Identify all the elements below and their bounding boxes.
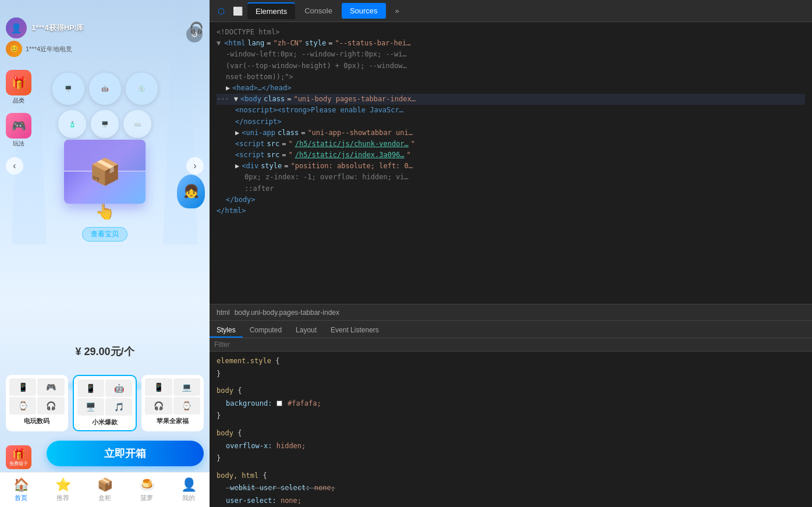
cat-label-electronics: 电玩数码 bbox=[24, 417, 49, 426]
triangle-html[interactable] bbox=[217, 38, 221, 49]
styles-tab-computed[interactable]: Computed bbox=[243, 324, 289, 338]
price-display: ¥ 29.00元/个 bbox=[75, 345, 134, 359]
cat-img-4: 🎧 bbox=[37, 397, 64, 414]
nav-item-box[interactable]: 📦 盒柜 bbox=[84, 473, 126, 507]
nav-item-pudding[interactable]: 🍮 菠萝 bbox=[126, 473, 168, 507]
code-eq5: = bbox=[282, 139, 286, 150]
code-eq7: = bbox=[284, 161, 288, 172]
code-line-4-text: nset-bottom));"> bbox=[217, 72, 293, 83]
nav-item-mine[interactable]: 👤 我的 bbox=[168, 473, 210, 507]
prop-overflow-x: overflow-x: bbox=[226, 442, 276, 450]
code-line-script2: <script src = " /h5/static/js/index.3a09… bbox=[217, 150, 805, 161]
code-line-body: ··· ▼ <body class = "uni-body pages-tabb… bbox=[217, 94, 805, 105]
code-line-3-text: (var(--top-window-height) + 0px); --wind… bbox=[217, 61, 407, 72]
left-icon-panel: 🎁 品类 🎮 玩法 bbox=[6, 70, 31, 148]
user-name-1: 1***4获得HP/库 bbox=[31, 23, 84, 33]
product-bubble-2: 🤖 bbox=[89, 73, 121, 105]
mystery-box[interactable]: 📦 bbox=[64, 140, 146, 204]
brace-open-1: { bbox=[275, 357, 279, 365]
color-swatch-fafafa[interactable] bbox=[276, 400, 282, 406]
cat-card-xiaomi[interactable]: 📱 🤖 🖥️ 🎵 小米爆款 bbox=[73, 375, 137, 431]
code-script1-link[interactable]: /h5/static/js/chunk-vendor… bbox=[295, 139, 409, 150]
devtools-tab-sources[interactable]: Sources bbox=[342, 3, 386, 19]
brace-open-3: { bbox=[237, 429, 242, 437]
code-script2: <script bbox=[217, 150, 265, 161]
code-script2-link[interactable]: /h5/static/js/index.3a096… bbox=[295, 150, 405, 161]
style-filter-input[interactable] bbox=[214, 341, 807, 349]
code-script1-src: src bbox=[267, 139, 280, 150]
code-div-2-text: 0px; z-index: -1; overflow: hidden; vi… bbox=[217, 172, 409, 183]
devtools-tab-elements[interactable]: Elements bbox=[247, 2, 295, 19]
view-item-button[interactable]: 查看宝贝 bbox=[82, 227, 127, 242]
style-rule-element-close: } bbox=[217, 368, 805, 381]
code-noscript-end: </noscript> bbox=[217, 116, 281, 127]
code-line-after: ::after bbox=[217, 183, 805, 194]
nav-recommend-label: 推荐 bbox=[56, 494, 69, 502]
style-rule-body-html-selector: body, html { bbox=[217, 470, 805, 483]
code-script1: <script bbox=[217, 139, 265, 150]
code-eq2: = bbox=[328, 38, 332, 49]
user-bar-2: 😊 1***4近年地电竞 bbox=[0, 41, 210, 57]
triangle-head[interactable]: ▶ bbox=[217, 83, 230, 94]
code-line-body-end: </body> bbox=[217, 194, 805, 205]
triangle-div[interactable]: ▶ bbox=[217, 161, 239, 172]
left-icon-gift[interactable]: 🎁 品类 bbox=[6, 70, 31, 105]
code-html-lang-val: "zh-CN" bbox=[274, 38, 303, 49]
val-webkit: none; bbox=[314, 484, 335, 492]
cat-img-6: 🤖 bbox=[105, 380, 132, 397]
style-rule-body-overflow-close: } bbox=[217, 452, 805, 465]
code-body-tag: <body bbox=[240, 94, 261, 105]
code-body-class-val: "uni-body pages-tabbar-index… bbox=[293, 94, 416, 105]
nav-item-recommend[interactable]: ⭐ 推荐 bbox=[42, 473, 84, 507]
cat-card-electronics[interactable]: 📱 🎮 ⌚ 🎧 电玩数码 bbox=[6, 375, 68, 431]
brace-open-2: { bbox=[237, 387, 242, 395]
code-line-html: <html lang = "zh-CN" style = "--status-b… bbox=[217, 38, 805, 49]
style-rule-body-overflow-selector: body { bbox=[217, 427, 805, 440]
devtools-icon-inspect[interactable]: ⬜ bbox=[229, 4, 246, 18]
code-after-text: ::after bbox=[217, 183, 274, 194]
breadcrumb-html[interactable]: html bbox=[217, 309, 230, 317]
code-script2-close: " bbox=[407, 150, 411, 161]
open-box-button[interactable]: 立即开箱 bbox=[47, 441, 204, 466]
styles-tab-styles[interactable]: Styles bbox=[210, 324, 243, 338]
hand-cursor: 👆 bbox=[95, 201, 115, 221]
code-script1-close: " bbox=[411, 139, 415, 150]
styles-tab-layout[interactable]: Layout bbox=[289, 324, 324, 338]
devtools-tab-more[interactable]: » bbox=[387, 3, 407, 19]
code-html-style: style bbox=[305, 38, 326, 49]
nav-home-label: 首页 bbox=[15, 494, 27, 502]
cat-img-9: 📱 bbox=[145, 378, 172, 396]
prop-webkit-strikethrough: -webkit-user-select: none; bbox=[226, 484, 335, 492]
headphone-icon[interactable]: 🎧 bbox=[189, 21, 204, 35]
cat-card-apple-images: 📱 💻 🎧 ⌚ bbox=[145, 378, 200, 414]
brace-close-1: } bbox=[217, 370, 221, 378]
triangle-body[interactable]: ▼ bbox=[232, 94, 238, 105]
nav-item-home[interactable]: 🏠 首页 bbox=[0, 473, 42, 507]
devtools-tab-console[interactable]: Console bbox=[296, 3, 341, 19]
nav-arrow-left[interactable]: ‹ bbox=[6, 157, 23, 175]
code-line-div: ▶ <div style = "position: absolute; left… bbox=[217, 161, 805, 172]
cat-card-apple[interactable]: 📱 💻 🎧 ⌚ 苹果全家福 bbox=[141, 375, 204, 431]
free-gift-badge: 🎁 免费箱子 bbox=[6, 445, 31, 469]
triangle-uniapp[interactable]: ▶ bbox=[217, 127, 239, 139]
styles-content: element.style { } body { background: bbox=[210, 352, 812, 507]
code-line-4: nset-bottom));"> bbox=[217, 72, 805, 83]
nav-arrow-right[interactable]: › bbox=[186, 157, 204, 175]
style-prop-bg: background: #fafafa; bbox=[217, 398, 805, 410]
left-icon-game[interactable]: 🎮 玩法 bbox=[6, 113, 31, 148]
cat-card-electronics-images: 📱 🎮 ⌚ 🎧 bbox=[9, 378, 65, 414]
code-uniapp-tag: <uni-app bbox=[242, 127, 275, 139]
code-script2-src-open: " bbox=[289, 150, 293, 161]
breadcrumb-body[interactable]: body.uni-body.pages-tabbar-index bbox=[235, 309, 339, 317]
nav-box-label: 盒柜 bbox=[98, 494, 111, 502]
prop-user-select: user-select: bbox=[226, 497, 281, 505]
styles-tab-event-listeners[interactable]: Event Listeners bbox=[324, 324, 386, 338]
code-head-tag: <head>…</head> bbox=[232, 83, 291, 94]
brace-open-4: { bbox=[263, 471, 267, 480]
cat-img-12: ⌚ bbox=[173, 397, 200, 414]
devtools-tab-bar: ⬡ ⬜ Elements Console Sources » bbox=[210, 0, 812, 22]
free-gift-emoji: 🎁 bbox=[12, 448, 25, 460]
code-eq3: = bbox=[287, 94, 291, 105]
devtools-icon-pointer[interactable]: ⬡ bbox=[214, 4, 228, 18]
code-div-tag: <div bbox=[242, 161, 258, 172]
